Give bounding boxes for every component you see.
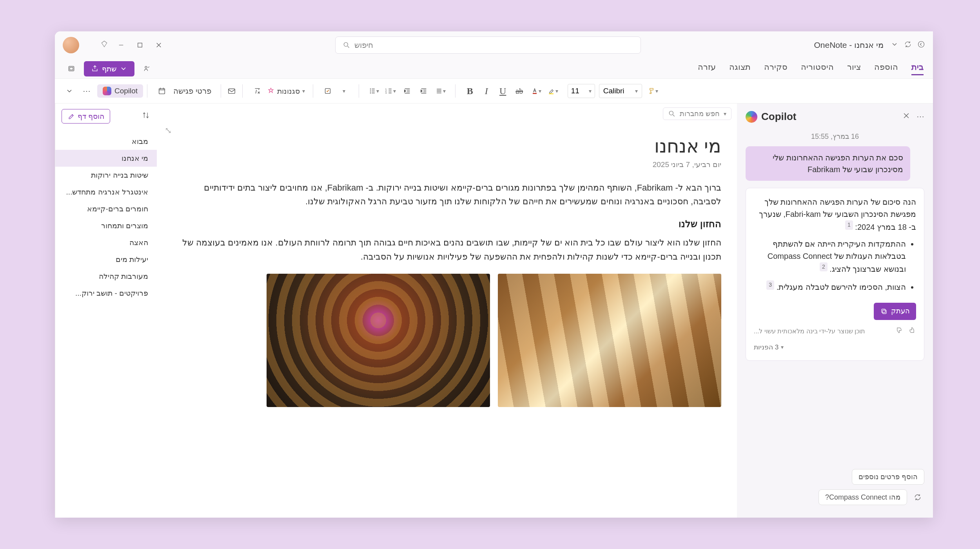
maximize-icon[interactable] (136, 42, 143, 49)
resize-handle-icon[interactable]: ⤡ (165, 125, 172, 136)
document-image-wood[interactable] (498, 274, 721, 407)
edit-icon (67, 113, 75, 120)
suggestion-chip[interactable]: מהו Compass Connect? (818, 489, 907, 505)
indent-decrease-icon[interactable] (417, 83, 430, 99)
page-content[interactable]: מי אנחנו יום רביעי, 7 ביוני 2025 ברוך הב… (157, 104, 737, 415)
chevron-down-icon[interactable] (891, 40, 898, 50)
present-icon[interactable] (140, 62, 154, 76)
window-icon[interactable] (64, 62, 78, 76)
page-list-item[interactable]: מי אנחנו (55, 150, 157, 167)
page-list-item[interactable]: פרויקטים - תושב ירוק... (55, 285, 157, 302)
page-list-item[interactable]: מוצרים ותמחור (55, 217, 157, 234)
share-icon (91, 65, 99, 73)
bullet-list-icon[interactable]: ▾ (367, 83, 381, 99)
references-toggle[interactable]: ▾ 3 הפניות (754, 342, 916, 353)
page-list-item[interactable]: חומרים ברים-קיימא (55, 200, 157, 217)
underline-icon[interactable]: U (496, 83, 510, 99)
page-list-item[interactable]: אינטגרל אנרגיה מתחדש... (55, 184, 157, 200)
svg-rect-16 (533, 93, 537, 94)
email-icon[interactable] (225, 83, 238, 99)
svg-text:3: 3 (385, 92, 387, 94)
search-input[interactable]: חיפוש (335, 36, 641, 54)
tab-history[interactable]: היסטוריה (801, 62, 834, 75)
bold-icon[interactable]: B (463, 83, 477, 99)
page-list-item[interactable]: מעורבות קהילה (55, 268, 157, 285)
avatar[interactable] (63, 37, 79, 53)
strikethrough-icon[interactable]: ab (513, 83, 526, 99)
tag-icon[interactable] (321, 83, 334, 99)
svg-rect-18 (883, 310, 886, 314)
window-controls (118, 42, 162, 49)
diamond-icon[interactable] (100, 40, 108, 50)
search-icon (343, 41, 350, 49)
copilot-logo-icon (746, 111, 757, 123)
tab-draw[interactable]: ציור (847, 62, 861, 75)
page-list-item[interactable]: שיטות בנייה ירוקות (55, 167, 157, 184)
clear-formatting-icon[interactable] (250, 83, 264, 99)
page-list-item[interactable]: יעילות מים (55, 251, 157, 268)
citation-badge[interactable]: 2 (820, 262, 828, 272)
font-size-select[interactable]: ▾ 11 (568, 84, 595, 98)
meeting-details-button[interactable]: פרטי פגישה (172, 83, 213, 99)
copilot-icon (103, 87, 111, 95)
more-icon[interactable]: ⋯ (916, 112, 924, 122)
more-icon[interactable]: ⋯ (80, 83, 93, 99)
copilot-button[interactable]: Copilot (97, 84, 143, 98)
align-dropdown[interactable]: ▾ (434, 83, 447, 99)
tab-insert[interactable]: הוספה (874, 62, 898, 75)
tab-review[interactable]: סקירה (764, 62, 788, 75)
add-page-button[interactable]: הוסף דף (62, 109, 110, 124)
sort-icon[interactable] (142, 111, 150, 121)
back-icon[interactable] (917, 40, 925, 50)
canvas[interactable]: ▾ חפש מחברות ⤡ מי אנחנו יום רביעי, 7 ביו… (157, 104, 737, 518)
format-painter-icon[interactable]: ▾ (646, 83, 660, 99)
document-image-spiral[interactable] (267, 274, 490, 407)
italic-icon[interactable]: I (480, 83, 493, 99)
expand-ribbon-icon[interactable] (63, 83, 76, 99)
svg-rect-6 (159, 89, 165, 94)
chevron-down-icon: ▾ (724, 111, 726, 117)
app-title: מי אנחנו - OneNote (814, 40, 884, 50)
ribbon-tabs: שתף בית הוספה ציור היסטוריה סקירה תצוגה … (55, 59, 933, 78)
share-button[interactable]: שתף (84, 61, 134, 76)
refresh-icon[interactable] (911, 491, 924, 504)
close-icon[interactable] (155, 42, 162, 49)
image-row (172, 274, 721, 407)
numbered-list-icon[interactable]: ▾123 (384, 83, 397, 99)
thumbs-down-icon[interactable] (908, 325, 916, 338)
svg-rect-5 (70, 67, 73, 70)
styles-dropdown[interactable]: ▾ סגנונות (267, 87, 305, 96)
indent-increase-icon[interactable] (401, 83, 414, 99)
svg-point-14 (370, 93, 371, 94)
font-name-select[interactable]: ▾ Calibri (599, 84, 642, 98)
sync-icon[interactable] (904, 40, 912, 50)
page-list-item[interactable]: האצה (55, 234, 157, 251)
search-icon (668, 110, 676, 118)
citation-badge[interactable]: 3 (766, 280, 774, 290)
copilot-panel: ⋯ Copilot 16 במרץ, 15:55 סכם את הערות הפ… (737, 104, 933, 518)
titlebar: חיפוש מי אנחנו - OneNote (55, 31, 933, 59)
close-icon[interactable] (902, 112, 910, 122)
minimize-icon[interactable] (118, 42, 125, 49)
highlight-dropdown[interactable]: ▾ (546, 83, 560, 99)
page-list-item[interactable]: מבוא (55, 133, 157, 150)
page-title[interactable]: מי אנחנו (172, 135, 721, 157)
svg-point-2 (918, 41, 924, 47)
tab-help[interactable]: עזרה (698, 62, 716, 75)
thumbs-up-icon[interactable] (895, 325, 903, 338)
citation-badge[interactable]: 1 (845, 220, 853, 230)
tab-home[interactable]: בית (911, 62, 924, 75)
font-color-dropdown[interactable]: ▾ (529, 83, 543, 99)
page-list-sidebar: הוסף דף מבואמי אנחנושיטות בנייה ירוקותאי… (55, 104, 157, 518)
svg-rect-15 (549, 93, 554, 95)
copilot-timestamp: 16 במרץ, 15:55 (746, 132, 924, 141)
heading-2[interactable]: החזון שלנו (172, 218, 721, 229)
calendar-icon[interactable] (155, 83, 169, 99)
paragraph[interactable]: ברוך הבא ל- Fabrikam, השותף המהימן שלך ב… (172, 181, 721, 208)
copy-button[interactable]: העתק (874, 303, 916, 320)
tag-dropdown[interactable]: ▾ (338, 83, 351, 99)
tab-view[interactable]: תצוגה (729, 62, 751, 75)
suggestion-chip[interactable]: הוסף פרטים נוספים (852, 469, 924, 485)
paragraph[interactable]: החזון שלנו הוא ליצור עולם שבו כל בית הוא… (172, 236, 721, 263)
notebook-search[interactable]: ▾ חפש מחברות (663, 107, 731, 120)
